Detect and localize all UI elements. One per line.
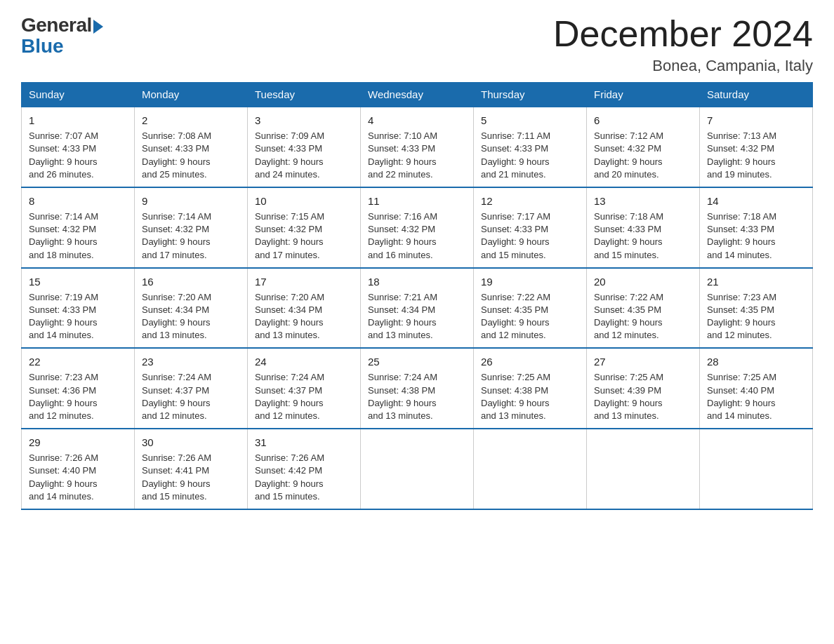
calendar-cell: 18Sunrise: 7:21 AMSunset: 4:34 PMDayligh… <box>361 268 474 349</box>
day-number: 18 <box>368 274 466 289</box>
day-number: 10 <box>255 194 353 208</box>
calendar-table: SundayMondayTuesdayWednesdayThursdayFrid… <box>21 82 813 510</box>
calendar-week-2: 8Sunrise: 7:14 AMSunset: 4:32 PMDaylight… <box>22 187 813 268</box>
day-number: 30 <box>142 435 240 450</box>
calendar-cell: 13Sunrise: 7:18 AMSunset: 4:33 PMDayligh… <box>587 187 700 268</box>
calendar-week-1: 1Sunrise: 7:07 AMSunset: 4:33 PMDaylight… <box>22 107 813 187</box>
calendar-header-monday: Monday <box>135 83 248 107</box>
title-area: December 2024 Bonea, Campania, Italy <box>553 14 813 75</box>
calendar-cell <box>474 429 587 509</box>
day-number: 5 <box>481 113 579 128</box>
calendar-cell: 16Sunrise: 7:20 AMSunset: 4:34 PMDayligh… <box>135 268 248 349</box>
calendar-cell: 27Sunrise: 7:25 AMSunset: 4:39 PMDayligh… <box>587 348 700 429</box>
day-number: 15 <box>29 274 127 289</box>
logo-blue-text: Blue <box>21 35 64 58</box>
calendar-cell: 5Sunrise: 7:11 AMSunset: 4:33 PMDaylight… <box>474 107 587 187</box>
calendar-header-thursday: Thursday <box>474 83 587 107</box>
day-number: 11 <box>368 194 466 208</box>
calendar-week-5: 29Sunrise: 7:26 AMSunset: 4:40 PMDayligh… <box>22 429 813 509</box>
calendar-header-wednesday: Wednesday <box>361 83 474 107</box>
calendar-cell: 20Sunrise: 7:22 AMSunset: 4:35 PMDayligh… <box>587 268 700 349</box>
calendar-cell: 23Sunrise: 7:24 AMSunset: 4:37 PMDayligh… <box>135 348 248 429</box>
calendar-header-saturday: Saturday <box>700 83 813 107</box>
day-number: 24 <box>255 354 353 369</box>
day-number: 3 <box>255 113 353 128</box>
calendar-week-3: 15Sunrise: 7:19 AMSunset: 4:33 PMDayligh… <box>22 268 813 349</box>
day-number: 19 <box>481 274 579 289</box>
calendar-cell: 14Sunrise: 7:18 AMSunset: 4:33 PMDayligh… <box>700 187 813 268</box>
calendar-cell: 17Sunrise: 7:20 AMSunset: 4:34 PMDayligh… <box>248 268 361 349</box>
calendar-cell: 21Sunrise: 7:23 AMSunset: 4:35 PMDayligh… <box>700 268 813 349</box>
day-number: 16 <box>142 274 240 289</box>
calendar-cell: 2Sunrise: 7:08 AMSunset: 4:33 PMDaylight… <box>135 107 248 187</box>
calendar-cell: 19Sunrise: 7:22 AMSunset: 4:35 PMDayligh… <box>474 268 587 349</box>
calendar-week-4: 22Sunrise: 7:23 AMSunset: 4:36 PMDayligh… <box>22 348 813 429</box>
day-number: 28 <box>707 354 805 369</box>
calendar-cell: 24Sunrise: 7:24 AMSunset: 4:37 PMDayligh… <box>248 348 361 429</box>
calendar-cell <box>361 429 474 509</box>
day-number: 23 <box>142 354 240 369</box>
calendar-cell: 9Sunrise: 7:14 AMSunset: 4:32 PMDaylight… <box>135 187 248 268</box>
page-header: General Blue December 2024 Bonea, Campan… <box>21 14 813 75</box>
day-number: 31 <box>255 435 353 450</box>
day-number: 29 <box>29 435 127 450</box>
day-number: 7 <box>707 113 805 128</box>
calendar-cell <box>587 429 700 509</box>
calendar-cell: 10Sunrise: 7:15 AMSunset: 4:32 PMDayligh… <box>248 187 361 268</box>
calendar-cell: 30Sunrise: 7:26 AMSunset: 4:41 PMDayligh… <box>135 429 248 509</box>
calendar-cell: 26Sunrise: 7:25 AMSunset: 4:38 PMDayligh… <box>474 348 587 429</box>
calendar-header-tuesday: Tuesday <box>248 83 361 107</box>
calendar-cell: 8Sunrise: 7:14 AMSunset: 4:32 PMDaylight… <box>22 187 135 268</box>
calendar-cell: 22Sunrise: 7:23 AMSunset: 4:36 PMDayligh… <box>22 348 135 429</box>
calendar-header-sunday: Sunday <box>22 83 135 107</box>
day-number: 4 <box>368 113 466 128</box>
day-number: 21 <box>707 274 805 289</box>
month-title: December 2024 <box>553 14 813 54</box>
calendar-cell: 6Sunrise: 7:12 AMSunset: 4:32 PMDaylight… <box>587 107 700 187</box>
day-number: 8 <box>29 194 127 208</box>
calendar-cell: 12Sunrise: 7:17 AMSunset: 4:33 PMDayligh… <box>474 187 587 268</box>
logo-general-text: General <box>21 14 92 36</box>
day-number: 12 <box>481 194 579 208</box>
day-number: 26 <box>481 354 579 369</box>
calendar-cell: 3Sunrise: 7:09 AMSunset: 4:33 PMDaylight… <box>248 107 361 187</box>
day-number: 9 <box>142 194 240 208</box>
day-number: 2 <box>142 113 240 128</box>
calendar-cell: 15Sunrise: 7:19 AMSunset: 4:33 PMDayligh… <box>22 268 135 349</box>
day-number: 1 <box>29 113 127 128</box>
day-number: 13 <box>594 194 692 208</box>
logo: General Blue <box>21 14 103 58</box>
calendar-cell: 11Sunrise: 7:16 AMSunset: 4:32 PMDayligh… <box>361 187 474 268</box>
calendar-cell <box>700 429 813 509</box>
day-number: 22 <box>29 354 127 369</box>
calendar-cell: 1Sunrise: 7:07 AMSunset: 4:33 PMDaylight… <box>22 107 135 187</box>
calendar-header-friday: Friday <box>587 83 700 107</box>
logo-arrow-icon <box>93 20 103 34</box>
calendar-cell: 7Sunrise: 7:13 AMSunset: 4:32 PMDaylight… <box>700 107 813 187</box>
calendar-cell: 25Sunrise: 7:24 AMSunset: 4:38 PMDayligh… <box>361 348 474 429</box>
day-number: 20 <box>594 274 692 289</box>
day-number: 27 <box>594 354 692 369</box>
calendar-cell: 31Sunrise: 7:26 AMSunset: 4:42 PMDayligh… <box>248 429 361 509</box>
day-number: 17 <box>255 274 353 289</box>
calendar-header-row: SundayMondayTuesdayWednesdayThursdayFrid… <box>22 83 813 107</box>
day-number: 14 <box>707 194 805 208</box>
day-number: 25 <box>368 354 466 369</box>
calendar-cell: 4Sunrise: 7:10 AMSunset: 4:33 PMDaylight… <box>361 107 474 187</box>
calendar-cell: 28Sunrise: 7:25 AMSunset: 4:40 PMDayligh… <box>700 348 813 429</box>
location-title: Bonea, Campania, Italy <box>553 57 813 75</box>
day-number: 6 <box>594 113 692 128</box>
calendar-cell: 29Sunrise: 7:26 AMSunset: 4:40 PMDayligh… <box>22 429 135 509</box>
